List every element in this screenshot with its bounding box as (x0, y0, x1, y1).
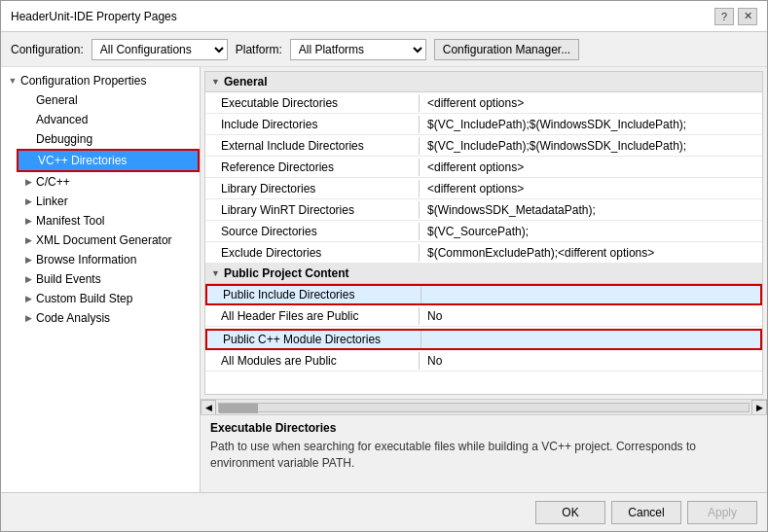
prop-name-public-cpp-module: Public C++ Module Directories (207, 331, 421, 348)
prop-value-exclude-dirs: $(CommonExcludePath);<different options> (420, 244, 762, 262)
prop-name-lib-winrt: Library WinRT Directories (205, 201, 420, 219)
expand-icon-linker (20, 194, 36, 209)
expand-icon-code-analysis (20, 310, 36, 326)
prop-row-exclude-dirs[interactable]: Exclude Directories $(CommonExcludePath)… (205, 242, 762, 264)
prop-row-public-include[interactable]: Public Include Directories (205, 284, 762, 305)
description-title: Executable Directories (210, 421, 757, 435)
sidebar-item-browse-info[interactable]: Browse Information (17, 250, 200, 269)
prop-value-all-modules: No (420, 352, 762, 370)
expand-icon-custom-build (20, 291, 36, 306)
cancel-button[interactable]: Cancel (611, 501, 681, 524)
prop-value-lib-winrt: $(WindowsSDK_MetadataPath); (420, 201, 762, 219)
ok-button[interactable]: OK (535, 501, 605, 524)
prop-value-source-dirs: $(VC_SourcePath); (420, 223, 762, 240)
sidebar-item-build-events[interactable]: Build Events (17, 269, 200, 289)
prop-row-all-modules-public[interactable]: All Modules are Public No (205, 350, 762, 372)
section-expand-general: ▼ (211, 77, 220, 87)
sidebar-item-xml-doc[interactable]: XML Document Generator (17, 231, 200, 250)
scroll-right-btn[interactable]: ▶ (751, 400, 767, 415)
prop-row-executable-dirs[interactable]: Executable Directories <different option… (205, 92, 762, 114)
prop-row-lib-winrt[interactable]: Library WinRT Directories $(WindowsSDK_M… (205, 199, 762, 221)
section-header-public: ▼ Public Project Content (205, 264, 762, 284)
prop-name-lib-dirs: Library Directories (205, 180, 420, 197)
prop-name-executable-dirs: Executable Directories (205, 94, 420, 112)
title-bar: HeaderUnit-IDE Property Pages ? ✕ (1, 1, 767, 32)
main-content: Configuration Properties General Advance… (1, 67, 767, 492)
prop-name-source-dirs: Source Directories (205, 223, 420, 240)
section-expand-public: ▼ (211, 268, 220, 278)
sidebar-item-cpp[interactable]: C/C++ (17, 172, 200, 192)
prop-name-all-modules: All Modules are Public (205, 352, 420, 370)
platform-label: Platform: (236, 43, 282, 56)
prop-row-include-dirs[interactable]: Include Directories $(VC_IncludePath);$(… (205, 114, 762, 135)
help-button[interactable]: ? (714, 8, 734, 25)
prop-value-include-dirs: $(VC_IncludePath);$(WindowsSDK_IncludePa… (420, 116, 762, 133)
scroll-track[interactable] (218, 403, 750, 412)
sidebar-item-custom-build[interactable]: Custom Build Step (17, 289, 200, 308)
expand-icon-build-events (20, 271, 36, 287)
config-manager-button[interactable]: Configuration Manager... (434, 39, 579, 60)
scroll-thumb[interactable] (219, 404, 258, 413)
expand-icon-manifest (20, 213, 36, 229)
prop-value-ext-include: $(VC_IncludePath);$(WindowsSDK_IncludePa… (420, 137, 762, 155)
properties-area: ▼ General Executable Directories <differ… (204, 71, 763, 395)
prop-value-ref-dirs: <different options> (420, 159, 762, 176)
platform-select[interactable]: All Platforms (290, 39, 426, 60)
sidebar-item-config-props[interactable]: Configuration Properties (1, 71, 200, 90)
sidebar-item-code-analysis[interactable]: Code Analysis (17, 308, 200, 328)
sidebar-item-advanced[interactable]: Advanced (17, 110, 200, 129)
prop-row-source-dirs[interactable]: Source Directories $(VC_SourcePath); (205, 221, 762, 242)
description-text: Path to use when searching for executabl… (210, 439, 757, 472)
sidebar-item-vc-dirs[interactable]: VC++ Directories (17, 149, 200, 172)
sidebar: Configuration Properties General Advance… (1, 67, 201, 492)
apply-button[interactable]: Apply (687, 501, 757, 524)
sidebar-item-manifest[interactable]: Manifest Tool (17, 211, 200, 231)
prop-name-public-include: Public Include Directories (207, 286, 421, 303)
horizontal-scrollbar[interactable]: ◀ ▶ (201, 399, 767, 414)
close-button[interactable]: ✕ (738, 8, 757, 25)
description-area: Executable Directories Path to use when … (201, 414, 767, 492)
config-label: Configuration: (11, 43, 84, 56)
prop-row-ext-include[interactable]: External Include Directories $(VC_Includ… (205, 135, 762, 157)
sidebar-item-general[interactable]: General (17, 90, 200, 110)
section-title-public: Public Project Content (224, 266, 349, 280)
prop-value-executable-dirs: <different options> (420, 94, 762, 112)
expand-icon-browse-info (20, 252, 36, 267)
prop-name-include-dirs: Include Directories (205, 116, 420, 133)
right-panel: ▼ General Executable Directories <differ… (201, 67, 767, 492)
expand-icon-xml-doc (20, 232, 36, 248)
prop-value-public-include (421, 293, 760, 297)
sidebar-item-linker[interactable]: Linker (17, 192, 200, 211)
section-title-general: General (224, 75, 268, 89)
expand-icon-cpp (20, 174, 36, 190)
prop-value-all-headers: No (420, 307, 762, 325)
prop-name-ref-dirs: Reference Directories (205, 159, 420, 176)
config-row: Configuration: All Configurations Platfo… (1, 32, 767, 67)
prop-name-ext-include: External Include Directories (205, 137, 420, 155)
scroll-left-btn[interactable]: ◀ (201, 400, 216, 415)
prop-value-public-cpp-module (421, 337, 760, 341)
configuration-select[interactable]: All Configurations (91, 39, 228, 60)
prop-value-lib-dirs: <different options> (420, 180, 762, 197)
expand-icon-config-props (5, 73, 20, 89)
title-bar-buttons: ? ✕ (714, 8, 757, 25)
property-pages-dialog: HeaderUnit-IDE Property Pages ? ✕ Config… (0, 0, 768, 532)
prop-name-exclude-dirs: Exclude Directories (205, 244, 420, 262)
prop-row-all-headers-public[interactable]: All Header Files are Public No (205, 305, 762, 327)
sidebar-item-debugging[interactable]: Debugging (17, 129, 200, 149)
dialog-title: HeaderUnit-IDE Property Pages (11, 10, 177, 23)
prop-row-public-cpp-module[interactable]: Public C++ Module Directories (205, 329, 762, 350)
prop-row-ref-dirs[interactable]: Reference Directories <different options… (205, 157, 762, 178)
prop-row-lib-dirs[interactable]: Library Directories <different options> (205, 178, 762, 199)
prop-name-all-headers: All Header Files are Public (205, 307, 420, 325)
button-row: OK Cancel Apply (1, 492, 767, 531)
section-header-general: ▼ General (205, 72, 762, 92)
